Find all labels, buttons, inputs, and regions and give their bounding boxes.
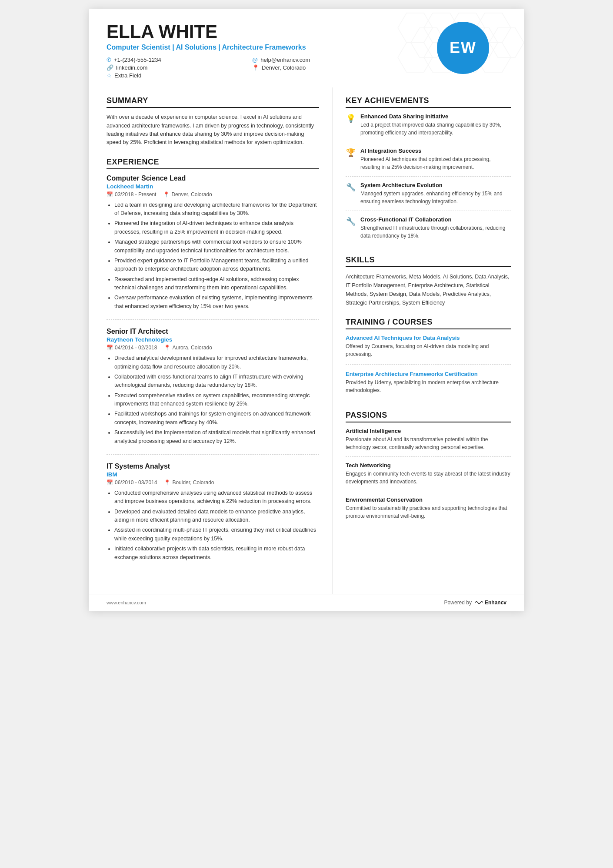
achievement-3-desc: Managed system upgrades, enhancing effic… (360, 190, 511, 205)
passion-3-desc: Committed to sustainability practices an… (346, 504, 511, 520)
achievement-3-icon: 🔧 (346, 182, 356, 192)
achievement-2-desc: Pioneered AI techniques that optimized d… (360, 155, 511, 171)
footer-logo: Powered by Enhancv (444, 600, 506, 606)
email-icon: @ (252, 57, 258, 63)
main-content: SUMMARY With over a decade of experience… (89, 87, 524, 594)
job-1-meta: 📅 03/2018 - Present 📍 Denver, Colorado (107, 191, 319, 198)
candidate-name: ELLA WHITE (107, 22, 385, 42)
achievement-4-title: Cross-Functional IT Collaboration (360, 216, 511, 223)
candidate-title: Computer Scientist | AI Solutions | Arch… (107, 44, 385, 51)
list-item: Developed and evaluated detailed data mo… (114, 508, 319, 525)
job-3-company: IBM (107, 471, 319, 478)
training-2-title: Enterprise Architecture Frameworks Certi… (346, 371, 511, 377)
achievement-3-content: System Architecture Evolution Managed sy… (360, 182, 511, 205)
left-column: SUMMARY With over a decade of experience… (89, 87, 333, 594)
achievements-title: KEY ACHIEVEMENTS (346, 96, 511, 108)
achievement-2-title: AI Integration Success (360, 147, 511, 154)
summary-section: SUMMARY With over a decade of experience… (107, 96, 319, 147)
achievement-4-content: Cross-Functional IT Collaboration Streng… (360, 216, 511, 240)
calendar-icon-j3: 📅 (107, 479, 113, 486)
list-item: Initiated collaborative projects with da… (114, 545, 319, 562)
extra-value: Extra Field (114, 72, 141, 79)
job-1-title: Computer Science Lead (107, 174, 319, 182)
job-1: Computer Science Lead Lockheed Martin 📅 … (107, 174, 319, 320)
achievement-2-content: AI Integration Success Pioneered AI tech… (360, 147, 511, 171)
list-item: Conducted comprehensive analyses using a… (114, 489, 319, 506)
passion-1-desc: Passionate about AI and its transformati… (346, 436, 511, 451)
training-1-title: Advanced AI Techniques for Data Analysis (346, 335, 511, 341)
contact-phone: ✆ +1-(234)-555-1234 (107, 57, 239, 63)
contact-email: @ help@enhancv.com (252, 57, 385, 63)
job-2-title: Senior IT Architect (107, 328, 319, 335)
achievement-2: 🏆 AI Integration Success Pioneered AI te… (346, 147, 511, 177)
passion-2-desc: Engages in community tech events to stay… (346, 470, 511, 486)
achievements-section: KEY ACHIEVEMENTS 💡 Enhanced Data Sharing… (346, 96, 511, 245)
avatar-initials: EW (450, 39, 476, 57)
achievement-1-title: Enhanced Data Sharing Initiative (360, 113, 511, 120)
list-item: Collaborated with cross-functional teams… (114, 373, 319, 390)
passion-1-title: Artificial Intelligence (346, 428, 511, 434)
job-1-period: 📅 03/2018 - Present (107, 191, 156, 198)
job-3-period: 📅 06/2010 - 03/2014 (107, 479, 157, 486)
calendar-icon: 📅 (107, 191, 113, 198)
location-icon-j1: 📍 (163, 191, 170, 198)
list-item: Directed analytical development initiati… (114, 354, 319, 371)
linkedin-icon: 🔗 (107, 64, 113, 71)
achievement-3: 🔧 System Architecture Evolution Managed … (346, 182, 511, 211)
job-3: IT Systems Analyst IBM 📅 06/2010 - 03/20… (107, 462, 319, 570)
passions-section: PASSIONS Artificial Intelligence Passion… (346, 411, 511, 525)
powered-by-text: Powered by (444, 600, 472, 606)
training-2: Enterprise Architecture Frameworks Certi… (346, 371, 511, 400)
job-2: Senior IT Architect Raytheon Technologie… (107, 328, 319, 455)
achievement-1-content: Enhanced Data Sharing Initiative Led a p… (360, 113, 511, 137)
contact-location: 📍 Denver, Colorado (252, 64, 385, 71)
training-2-desc: Provided by Udemy, specializing in moder… (346, 379, 511, 394)
passion-2: Tech Networking Engages in community tec… (346, 462, 511, 491)
list-item: Successfully led the implementation of s… (114, 429, 319, 446)
passions-title: PASSIONS (346, 411, 511, 422)
avatar: EW (437, 22, 489, 74)
job-2-meta: 📅 04/2014 - 02/2018 📍 Aurora, Colorado (107, 345, 319, 351)
location-icon-j3: 📍 (164, 479, 170, 486)
achievement-1: 💡 Enhanced Data Sharing Initiative Led a… (346, 113, 511, 142)
calendar-icon-j2: 📅 (107, 345, 113, 351)
passion-3-title: Environmental Conservation (346, 496, 511, 503)
linkedin-value: linkedin.com (116, 64, 147, 71)
job-3-bullets: Conducted comprehensive analyses using a… (107, 489, 319, 562)
achievement-4: 🔧 Cross-Functional IT Collaboration Stre… (346, 216, 511, 245)
location-value: Denver, Colorado (262, 64, 306, 71)
job-3-title: IT Systems Analyst (107, 462, 319, 470)
list-item: Facilitated workshops and trainings for … (114, 410, 319, 427)
passion-3: Environmental Conservation Committed to … (346, 496, 511, 525)
header: ELLA WHITE Computer Scientist | AI Solut… (89, 9, 524, 87)
email-value: help@enhancv.com (260, 57, 310, 63)
achievement-4-icon: 🔧 (346, 217, 356, 226)
achievement-2-icon: 🏆 (346, 148, 356, 158)
achievement-4-desc: Strengthened IT infrastructure through c… (360, 224, 511, 240)
footer-website: www.enhancv.com (107, 600, 146, 605)
achievement-3-title: System Architecture Evolution (360, 182, 511, 188)
star-icon: ☆ (107, 72, 112, 79)
contact-linkedin: 🔗 linkedin.com (107, 64, 239, 71)
resume-container: ELLA WHITE Computer Scientist | AI Solut… (89, 9, 524, 611)
location-icon-j2: 📍 (164, 345, 170, 351)
achievement-1-desc: Led a project that improved data sharing… (360, 121, 511, 137)
job-1-company: Lockheed Martin (107, 183, 319, 190)
skills-text: Architecture Frameworks, Meta Models, AI… (346, 272, 511, 307)
skills-section: SKILLS Architecture Frameworks, Meta Mod… (346, 255, 511, 307)
summary-text: With over a decade of experience in comp… (107, 113, 319, 147)
list-item: Provided expert guidance to IT Portfolio… (114, 257, 319, 274)
list-item: Oversaw performance evaluation of existi… (114, 294, 319, 311)
training-1-desc: Offered by Coursera, focusing on AI-driv… (346, 342, 511, 358)
job-2-company: Raytheon Technologies (107, 336, 319, 343)
enhancv-logo: Enhancv (474, 600, 506, 606)
job-3-location: 📍 Boulder, Colorado (164, 479, 214, 486)
experience-section: EXPERIENCE Computer Science Lead Lockhee… (107, 158, 319, 570)
list-item: Executed comprehensive studies on system… (114, 392, 319, 409)
list-item: Pioneered the integration of AI-driven t… (114, 219, 319, 236)
summary-title: SUMMARY (107, 96, 319, 108)
contact-grid: ✆ +1-(234)-555-1234 @ help@enhancv.com 🔗… (107, 57, 385, 79)
header-right: EW (420, 22, 506, 74)
phone-value: +1-(234)-555-1234 (114, 57, 161, 63)
list-item: Researched and implemented cutting-edge … (114, 275, 319, 292)
